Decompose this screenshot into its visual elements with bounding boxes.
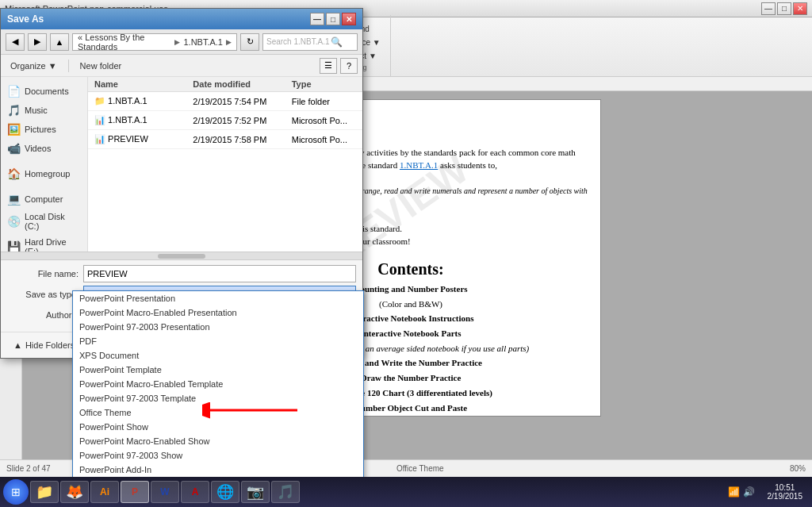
sidebar-item-computer[interactable]: 💻 Computer <box>1 190 87 209</box>
local-disk-icon: 💿 <box>7 215 21 228</box>
forward-button[interactable]: ▶ <box>28 33 47 51</box>
hard-drive-icon: 💾 <box>7 240 21 252</box>
save-type-dropdown[interactable]: PowerPoint Presentation PowerPoint Macro… <box>72 290 364 507</box>
taskbar-music[interactable]: 🎵 <box>271 481 300 503</box>
toolbar-separator <box>68 60 69 72</box>
taskbar-camera[interactable]: 📷 <box>241 481 270 503</box>
help-button[interactable]: ? <box>340 58 358 74</box>
new-folder-button[interactable]: New folder <box>75 60 127 72</box>
file-name-row: File name: <box>7 265 356 282</box>
file-type-preview: Microsoft Po... <box>285 133 362 147</box>
theme-info: Office Theme <box>396 464 444 473</box>
link-nbt[interactable]: 1.NBT.A.1 <box>400 160 438 170</box>
dropdown-item-ppt-97-show[interactable]: PowerPoint 97-2003 Show <box>73 448 363 463</box>
computer-icon: 💻 <box>7 193 21 205</box>
hide-folders-label: Hide Folders <box>25 340 75 350</box>
file-name-input[interactable] <box>83 265 356 282</box>
file-name-ppt1: 📊 1.NBT.A.1 <box>88 113 186 128</box>
view-options-button[interactable]: ☰ <box>320 58 337 74</box>
dialog-main-pane: 📄 Documents 🎵 Music 🖼️ Pictures 📹 Videos <box>1 77 362 252</box>
ppt-icon-2: 📊 <box>94 134 105 144</box>
taskbar-powerpoint[interactable]: P <box>121 481 149 503</box>
sidebar-item-videos[interactable]: 📹 Videos <box>1 139 87 158</box>
sidebar-item-documents[interactable]: 📄 Documents <box>1 82 87 101</box>
col-type[interactable]: Type <box>285 77 362 91</box>
folder-icon: 📁 <box>94 96 105 106</box>
dropdown-item-office-theme[interactable]: Office Theme <box>73 405 363 420</box>
close-button[interactable]: ✕ <box>793 2 807 15</box>
dialog-title-bar: Save As — □ ✕ <box>1 9 362 29</box>
dropdown-item-ppt-macro-show[interactable]: PowerPoint Macro-Enabled Show <box>73 434 363 448</box>
taskbar-acrobat[interactable]: A <box>181 481 209 503</box>
dropdown-item-ppt-template[interactable]: PowerPoint Template <box>73 363 363 377</box>
refresh-button[interactable]: ↻ <box>240 33 259 51</box>
toolbar-right: ☰ ? <box>320 58 358 74</box>
dialog-address-bar: ◀ ▶ ▲ « Lessons By the Standards ▶ 1.NBT… <box>1 29 362 55</box>
address-path[interactable]: « Lessons By the Standards ▶ 1.NBT.A.1 ▶ <box>72 33 237 51</box>
dialog-toolbar: Organize ▼ New folder ☰ ? <box>1 55 362 77</box>
dialog-file-area: Name Date modified Type 📁 1.NBT.A.1 2/19… <box>88 77 362 252</box>
file-date-preview: 2/19/2015 7:58 PM <box>186 133 285 147</box>
dropdown-item-ppt-macro[interactable]: PowerPoint Macro-Enabled Presentation <box>73 305 363 320</box>
file-name-preview: 📊 PREVIEW <box>88 132 186 147</box>
dropdown-item-pdf[interactable]: PDF <box>73 334 363 348</box>
sidebar-item-hard-drive[interactable]: 💾 Hard Drive (E:) <box>1 234 87 252</box>
taskbar-system-icons: 📶 🔊 <box>723 486 760 497</box>
dropdown-item-ppt-show[interactable]: PowerPoint Show <box>73 420 363 434</box>
authors-label: Authors: <box>7 310 79 320</box>
organize-button[interactable]: Organize ▼ <box>6 60 62 72</box>
dropdown-item-ppt-97-template[interactable]: PowerPoint 97-2003 Template <box>73 391 363 405</box>
dialog-maximize[interactable]: □ <box>326 13 340 25</box>
clock-date: 2/19/2015 <box>768 492 803 501</box>
file-list-header: Name Date modified Type <box>88 77 362 92</box>
file-type-folder: File folder <box>285 94 362 109</box>
music-icon: 🎵 <box>7 104 21 117</box>
dropdown-item-ppt-macro-template[interactable]: PowerPoint Macro-Enabled Template <box>73 377 363 391</box>
sidebar-item-homegroup[interactable]: 🏠 Homegroup <box>1 164 87 183</box>
ppt-icon-1: 📊 <box>94 115 105 125</box>
file-name-folder: 📁 1.NBT.A.1 <box>88 94 186 109</box>
sidebar-item-local-disk[interactable]: 💿 Local Disk (C:) <box>1 209 87 234</box>
search-placeholder: Search 1.NBT.A.1 <box>266 37 329 46</box>
file-name-label: File name: <box>7 269 79 278</box>
start-button[interactable]: ⊞ <box>3 479 29 505</box>
file-date-ppt1: 2/19/2015 7:52 PM <box>186 113 285 128</box>
dropdown-item-xps[interactable]: XPS Document <box>73 348 363 363</box>
file-row-folder[interactable]: 📁 1.NBT.A.1 2/19/2015 7:54 PM File folde… <box>88 92 362 111</box>
scrollbar-thumb <box>158 254 205 259</box>
save-as-dialog: Save As — □ ✕ ◀ ▶ ▲ « Lessons By the Sta… <box>0 8 363 359</box>
col-name[interactable]: Name <box>88 77 186 91</box>
dialog-window-controls: — □ ✕ <box>310 13 356 25</box>
homegroup-icon: 🏠 <box>7 167 21 180</box>
search-icon: 🔍 <box>331 36 343 48</box>
minimize-button[interactable]: — <box>761 2 776 15</box>
taskbar-firefox[interactable]: 🦊 <box>60 481 89 503</box>
clock-time: 10:51 <box>768 483 803 492</box>
file-date-folder: 2/19/2015 7:54 PM <box>186 94 285 109</box>
dropdown-item-ppt-addin[interactable]: PowerPoint Add-In <box>73 463 363 477</box>
horizontal-scrollbar[interactable] <box>1 252 362 259</box>
volume-icon: 🔊 <box>743 486 755 497</box>
save-type-label: Save as type: <box>7 290 79 299</box>
file-row-preview[interactable]: 📊 PREVIEW 2/19/2015 7:58 PM Microsoft Po… <box>88 130 362 149</box>
file-row-ppt1[interactable]: 📊 1.NBT.A.1 2/19/2015 7:52 PM Microsoft … <box>88 111 362 130</box>
dropdown-item-ppt[interactable]: PowerPoint Presentation <box>73 291 363 305</box>
taskbar-word[interactable]: W <box>151 481 179 503</box>
sidebar-item-music[interactable]: 🎵 Music <box>1 101 87 120</box>
back-button[interactable]: ◀ <box>6 33 25 51</box>
dropdown-item-ppt-97[interactable]: PowerPoint 97-2003 Presentation <box>73 320 363 334</box>
col-date[interactable]: Date modified <box>186 77 285 91</box>
taskbar-chrome[interactable]: 🌐 <box>211 481 239 503</box>
search-box[interactable]: Search 1.NBT.A.1 🔍 <box>262 33 358 51</box>
dialog-close[interactable]: ✕ <box>342 13 356 25</box>
dialog-minimize[interactable]: — <box>310 13 324 25</box>
hide-folders-button[interactable]: ▲ Hide Folders <box>7 337 81 353</box>
file-type-ppt1: Microsoft Po... <box>285 113 362 128</box>
maximize-button[interactable]: □ <box>777 2 791 15</box>
taskbar-illustrator[interactable]: Ai <box>90 481 119 503</box>
videos-icon: 📹 <box>7 142 21 155</box>
sidebar-item-pictures[interactable]: 🖼️ Pictures <box>1 120 87 139</box>
up-button[interactable]: ▲ <box>50 33 69 51</box>
sidebar-sep-2 <box>1 183 87 190</box>
taskbar-explorer[interactable]: 📁 <box>30 481 59 503</box>
